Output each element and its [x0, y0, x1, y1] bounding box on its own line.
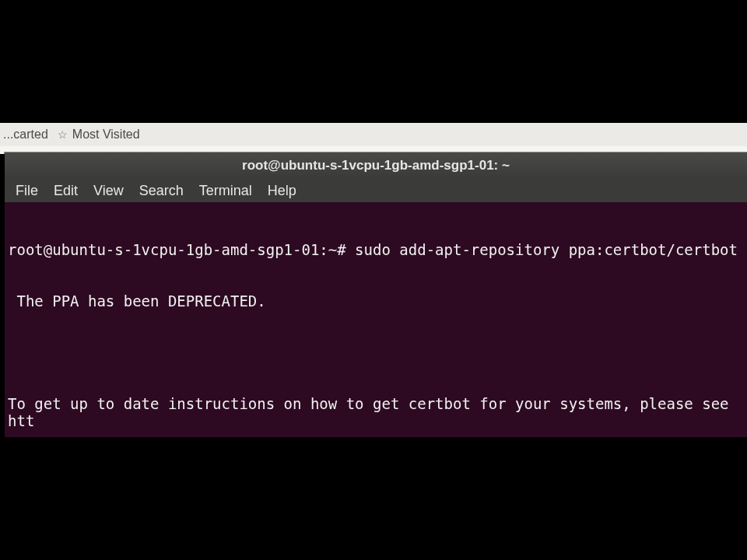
- bookmark-item[interactable]: ...carted: [3, 128, 48, 142]
- star-icon: ☆: [58, 129, 68, 140]
- bookmark-label: Most Visited: [72, 128, 140, 142]
- terminal-title-text: root@ubuntu-s-1vcpu-1gb-amd-sgp1-01: ~: [242, 158, 510, 173]
- menu-view[interactable]: View: [86, 179, 132, 202]
- menu-help[interactable]: Help: [260, 179, 304, 202]
- terminal-blank-line: [8, 344, 745, 361]
- bookmark-item[interactable]: ☆ Most Visited: [58, 128, 140, 142]
- terminal-line: The PPA has been DEPRECATED.: [8, 292, 745, 310]
- terminal-line: root@ubuntu-s-1vcpu-1gb-amd-sgp1-01:~# s…: [8, 241, 745, 258]
- terminal-titlebar[interactable]: root@ubuntu-s-1vcpu-1gb-amd-sgp1-01: ~: [5, 152, 747, 179]
- menu-edit[interactable]: Edit: [46, 179, 86, 202]
- menu-search[interactable]: Search: [132, 179, 191, 202]
- terminal-window: root@ubuntu-s-1vcpu-1gb-amd-sgp1-01: ~ F…: [5, 152, 747, 437]
- letterbox-top: [0, 0, 747, 123]
- bookmark-label: ...carted: [3, 128, 48, 142]
- terminal-menubar: File Edit View Search Terminal Help: [5, 179, 747, 202]
- menu-file[interactable]: File: [5, 179, 46, 202]
- menu-terminal[interactable]: Terminal: [191, 179, 260, 202]
- terminal-body[interactable]: root@ubuntu-s-1vcpu-1gb-amd-sgp1-01:~# s…: [5, 202, 747, 437]
- terminal-line: To get up to date instructions on how to…: [8, 395, 745, 429]
- letterbox-bottom: [0, 437, 747, 560]
- browser-bookmark-bar: ...carted ☆ Most Visited: [0, 123, 747, 146]
